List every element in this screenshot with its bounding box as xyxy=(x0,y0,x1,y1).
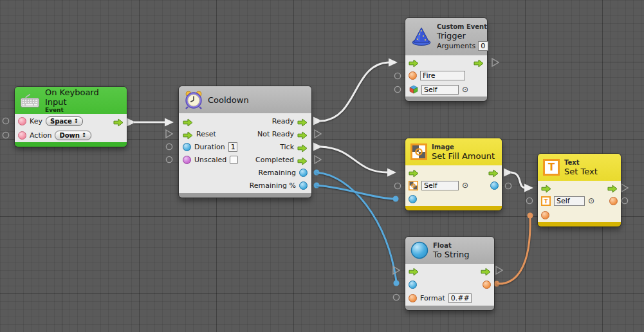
flow-in-port[interactable] xyxy=(183,117,193,125)
object-picker-icon[interactable]: ⊙ xyxy=(462,86,468,94)
flow-in-port[interactable] xyxy=(409,266,419,275)
fill-amount-in-port[interactable] xyxy=(409,195,417,203)
target-out-port[interactable] xyxy=(609,197,618,205)
node-category: Custom Event xyxy=(437,23,488,31)
alarm-clock-icon xyxy=(184,90,203,109)
node-subtitle: Event xyxy=(45,107,122,114)
node-header[interactable]: Float To String xyxy=(405,237,494,264)
node-header[interactable]: T Text Set Text xyxy=(538,154,621,181)
arguments-label: Arguments xyxy=(437,42,475,50)
node-title: To String xyxy=(433,250,470,259)
duration-field[interactable] xyxy=(228,142,237,152)
tick-out-port[interactable] xyxy=(297,143,308,151)
action-dropdown[interactable]: Down ↕ xyxy=(55,131,91,140)
node-on-keyboard-input[interactable]: On Keyboard Input Event Key Space ↕ xyxy=(15,87,127,147)
node-footer xyxy=(179,193,311,198)
arguments-field[interactable] xyxy=(478,41,488,51)
flow-out-port[interactable] xyxy=(474,58,484,66)
not-ready-out-port[interactable] xyxy=(297,130,308,138)
port-key-label: Key xyxy=(30,117,42,125)
text-component-icon: T xyxy=(543,159,560,176)
flow-in-port[interactable] xyxy=(409,58,419,66)
wire-keyboard-to-cooldown[interactable] xyxy=(127,118,174,127)
format-label: Format xyxy=(420,294,445,302)
node-footer xyxy=(405,206,502,210)
node-header[interactable]: On Keyboard Input Event xyxy=(15,87,127,114)
target-field[interactable] xyxy=(421,85,459,95)
port-key[interactable] xyxy=(18,117,26,125)
flow-out-port[interactable] xyxy=(481,266,491,275)
node-title: Trigger xyxy=(437,31,488,41)
float-in-port[interactable] xyxy=(409,281,417,289)
node-footer xyxy=(538,222,621,226)
node-title: Cooldown xyxy=(208,95,249,105)
port-remaining-pct-label: Remaining % xyxy=(250,181,296,190)
row-action: Action Down ↕ xyxy=(15,128,127,142)
key-dropdown-value: Space xyxy=(50,118,72,125)
node-title: On Keyboard Input xyxy=(45,88,122,107)
wire-remainingpct-to-image[interactable] xyxy=(314,183,399,202)
node-text-set-text[interactable]: T Text Set Text T ⊙ xyxy=(538,154,621,226)
port-unscaled-label: Unscaled xyxy=(194,156,226,164)
wire-ready-to-trigger[interactable] xyxy=(313,59,398,125)
gameobject-cube-icon[interactable] xyxy=(409,85,418,95)
port-reset-label: Reset xyxy=(196,130,216,138)
target-field[interactable] xyxy=(421,181,459,190)
node-footer xyxy=(405,306,494,310)
graph-canvas[interactable]: On Keyboard Input Event Key Space ↕ xyxy=(0,0,644,332)
unscaled-checkbox[interactable] xyxy=(230,156,238,164)
port-action-label: Action xyxy=(30,131,51,140)
format-field[interactable] xyxy=(448,293,472,303)
text-target-icon[interactable]: T xyxy=(541,196,551,206)
node-header[interactable]: Cooldown xyxy=(179,86,311,113)
image-target-icon[interactable] xyxy=(409,181,418,190)
event-name-field[interactable] xyxy=(420,71,465,80)
wizard-hat-icon xyxy=(410,26,432,47)
string-out-port[interactable] xyxy=(483,281,491,289)
flow-out-port[interactable] xyxy=(607,183,618,192)
reset-in-port[interactable] xyxy=(183,130,193,138)
wire-tostring-to-text[interactable] xyxy=(494,213,533,287)
port-tick-label: Tick xyxy=(280,143,294,151)
node-category: Float xyxy=(433,242,470,250)
node-header[interactable]: Image Set Fill Amount xyxy=(405,138,502,165)
flow-in-port[interactable] xyxy=(541,183,551,192)
row-key: Key Space ↕ xyxy=(15,114,127,128)
target-field[interactable] xyxy=(554,196,585,206)
port-ready-label: Ready xyxy=(272,117,294,125)
flow-out-port[interactable] xyxy=(488,168,499,176)
node-image-set-fill-amount[interactable]: Image Set Fill Amount xyxy=(405,138,502,210)
node-title: Set Fill Amount xyxy=(432,151,495,161)
remaining-pct-out-port[interactable] xyxy=(299,181,308,190)
keyboard-icon xyxy=(20,93,41,108)
port-duration-label: Duration xyxy=(194,143,225,151)
dropdown-arrows-icon: ↕ xyxy=(82,132,87,138)
completed-out-port[interactable] xyxy=(297,156,308,164)
format-in-port[interactable] xyxy=(409,294,417,302)
duration-port[interactable] xyxy=(183,143,191,151)
key-dropdown[interactable]: Space ↕ xyxy=(46,116,83,126)
port-not-ready-label: Not Ready xyxy=(257,130,294,138)
ready-out-port[interactable] xyxy=(297,117,308,125)
dropdown-arrows-icon: ↕ xyxy=(74,118,79,124)
node-float-to-string[interactable]: Float To String Format xyxy=(405,237,494,310)
node-trigger-custom-event[interactable]: Custom Event Trigger Arguments xyxy=(405,18,487,101)
node-footer xyxy=(15,142,127,147)
flow-out-port[interactable] xyxy=(113,117,124,125)
object-picker-icon[interactable]: ⊙ xyxy=(462,181,468,190)
object-picker-icon[interactable]: ⊙ xyxy=(588,197,594,205)
text-value-in-port[interactable] xyxy=(541,211,549,219)
flow-in-port[interactable] xyxy=(409,168,419,176)
node-header[interactable]: Custom Event Trigger Arguments xyxy=(405,18,487,55)
port-action[interactable] xyxy=(18,131,26,140)
unscaled-port[interactable] xyxy=(183,156,191,164)
port-completed-label: Completed xyxy=(255,156,294,164)
event-name-port[interactable] xyxy=(409,71,417,80)
target-out-port[interactable] xyxy=(490,181,499,190)
remaining-out-port[interactable] xyxy=(299,169,308,177)
wire-tick-to-image[interactable] xyxy=(313,143,396,177)
node-footer xyxy=(405,97,487,101)
float-value-icon xyxy=(410,241,428,259)
action-dropdown-value: Down xyxy=(59,132,80,139)
node-cooldown[interactable]: Cooldown Ready Reset Not Ready xyxy=(179,86,311,198)
